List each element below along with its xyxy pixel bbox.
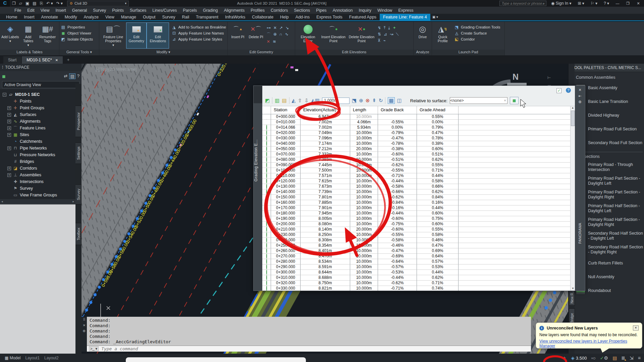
tree-item-pressurenetworks[interactable]: ⊔Pressure Networks xyxy=(3,152,75,158)
cell-grade-back[interactable]: -0.60% xyxy=(378,227,417,232)
table-row[interactable]: 0+100.0007.500m10.000m-0.55%0.71% xyxy=(262,168,575,173)
cell-station[interactable]: 0+170.000 xyxy=(271,205,301,211)
collapse-icon[interactable]: − xyxy=(3,93,6,97)
tool-icon[interactable]: ↝ xyxy=(390,32,393,37)
flatten-icon[interactable]: ⬔ xyxy=(352,98,357,104)
table-row[interactable]: 0+170.0007.901m10.000m-0.16%0.44% xyxy=(262,205,575,211)
cell-station[interactable]: 0+050.000 xyxy=(271,146,301,152)
ribbon-tab-output[interactable]: Output xyxy=(140,14,159,20)
toolspace-sidetab-toolbox[interactable]: Toolbox xyxy=(75,223,82,245)
panel-label[interactable]: Analyze xyxy=(414,50,432,55)
table-scrollbar[interactable]: ▲▼ xyxy=(570,106,575,291)
table-row[interactable]: 0+180.0007.945m10.000m-0.44%0.60% xyxy=(262,211,575,216)
cell-station[interactable]: 0+160.000 xyxy=(271,200,301,205)
cell-grade-ahead[interactable]: 0.44% xyxy=(417,270,459,275)
clean-screen-icon[interactable]: ⇲ xyxy=(630,355,634,361)
tree-item-bridges[interactable]: #Bridges xyxy=(3,158,75,165)
cell-length[interactable]: 10.000m xyxy=(350,189,378,195)
cell-grade-ahead[interactable]: 0.74% xyxy=(417,286,459,291)
menu-item-express[interactable]: Express xyxy=(395,8,416,13)
cell-length[interactable]: 10.000m xyxy=(350,184,378,189)
expand-icon[interactable]: + xyxy=(7,106,11,110)
close-icon[interactable]: ✕ xyxy=(83,323,86,327)
cell-grade-back[interactable]: -0.79% xyxy=(378,130,417,136)
cell-elevation[interactable]: 7.615m xyxy=(301,179,350,184)
autoscale-icon[interactable]: ✓⚙ xyxy=(600,355,608,361)
cell-station[interactable]: 0+070.000 xyxy=(271,152,301,157)
panel-label[interactable]: General Tools ▾ xyxy=(59,50,99,55)
cell-station[interactable]: 0+260.000 xyxy=(271,248,301,254)
toolspace-sidetab-survey[interactable]: Survey xyxy=(75,184,82,204)
expand-icon[interactable]: + xyxy=(7,113,11,117)
cell-elevation[interactable]: 8.821m xyxy=(301,286,350,291)
object-viewer-icon[interactable]: ▥ xyxy=(275,98,279,104)
ribbon-tab-home[interactable]: Home xyxy=(3,14,20,20)
cell-grade-back[interactable]: -0.53% xyxy=(378,270,417,275)
cell-station[interactable]: 0+030.000 xyxy=(271,136,301,141)
table-row[interactable]: 0+010.0007.002m4.066m-0.55%0.00% xyxy=(262,120,575,125)
cell-elevation[interactable]: 8.354m xyxy=(301,243,350,248)
plot-icon[interactable]: ⎘ xyxy=(40,1,43,6)
cell-grade-ahead[interactable]: 0.58% xyxy=(417,232,459,238)
command-input-row[interactable]: >_ ▾ xyxy=(87,346,531,352)
cell-grade-back[interactable]: -0.38% xyxy=(378,146,417,152)
cell-elevation[interactable]: 8.534m xyxy=(301,259,350,264)
menu-item-edit[interactable]: Edit xyxy=(24,8,38,13)
cell-grade-back[interactable]: -0.64% xyxy=(378,259,417,264)
insert-point-icon[interactable]: ⊕ xyxy=(359,98,363,104)
cell-elevation[interactable]: 7.445m xyxy=(301,163,350,168)
command-input[interactable] xyxy=(101,346,529,352)
cell-grade-back[interactable]: -0.47% xyxy=(378,136,417,141)
delete-pi-button[interactable]: ✕⌒ Delete PI xyxy=(247,23,265,48)
cell-length[interactable]: 10.000m xyxy=(350,264,378,270)
app-logo-icon[interactable]: C xyxy=(0,0,10,7)
toolspace-item-view[interactable] xyxy=(0,204,75,354)
tree-horizontal-scrollbar[interactable]: ◂▸ xyxy=(0,199,75,204)
cell-elevation[interactable]: 8.250m xyxy=(301,232,350,238)
tree-item-viewframegroups[interactable]: ▭View Frame Groups xyxy=(3,192,75,198)
annotation-visibility-icon[interactable]: ▫○ xyxy=(591,355,595,361)
cell-grade-back[interactable]: -0.60% xyxy=(378,152,417,157)
tool-icon[interactable]: ↘ xyxy=(285,25,289,30)
tool-icon[interactable]: ✕ xyxy=(273,25,277,30)
cell-grade-back[interactable]: -0.16% xyxy=(378,205,417,211)
cell-length[interactable]: 10.000m xyxy=(350,216,378,222)
insert-elevation-point-button[interactable]: ⌒● Insert Elevation Point xyxy=(320,23,347,48)
ribbon-tab-survey[interactable]: Survey xyxy=(159,14,179,20)
ribbon-tab-transparent[interactable]: Transparent xyxy=(193,14,222,20)
apply-feature-line-names-button[interactable]: ⊡Apply Feature Line Names xyxy=(171,31,226,36)
cell-elevation[interactable]: 8.308m xyxy=(301,238,350,243)
data-shortcuts-icon[interactable]: ⇄ xyxy=(64,73,68,79)
cell-length[interactable]: 10.000m xyxy=(350,270,378,275)
table-row[interactable]: 0+310.0008.688m10.000m-0.44%0.62% xyxy=(262,275,575,281)
cell-station[interactable]: 0+040.000 xyxy=(271,141,301,146)
cell-grade-back[interactable]: -0.78% xyxy=(378,141,417,146)
grip-icon[interactable]: ⁞ xyxy=(2,65,3,70)
ribbon-tab-help[interactable]: Help xyxy=(277,14,292,20)
tool-icon[interactable]: ⇅ xyxy=(378,32,381,37)
cell-length[interactable]: 20.000m xyxy=(350,146,378,152)
menu-item-inquiry[interactable]: Inquiry xyxy=(356,8,374,13)
corridor-button[interactable]: ⬕Corridor xyxy=(454,37,500,42)
cell-elevation[interactable]: 7.673m xyxy=(301,184,350,189)
cell-station[interactable]: 0+180.000 xyxy=(271,211,301,216)
cell-station[interactable]: 0+200.000 xyxy=(271,222,301,227)
cell-elevation[interactable]: 7.739m xyxy=(301,189,350,195)
tool-icon[interactable]: ⊕ xyxy=(273,32,277,38)
create-surface-button[interactable]: ◬Create Surface xyxy=(454,31,500,36)
menu-item-surfaces[interactable]: Surfaces xyxy=(127,8,149,13)
cell-station[interactable]: 0+120.000 xyxy=(271,179,301,184)
elevation-editor-button[interactable]: Elevation Editor xyxy=(297,23,319,48)
undo-icon[interactable]: ↶ ▾ xyxy=(46,1,53,6)
open-file-icon[interactable]: ▱ xyxy=(19,1,22,6)
cell-length[interactable]: 10.000m xyxy=(350,232,378,238)
toolspace-sidetab-prospector[interactable]: Prospector xyxy=(75,106,82,137)
table-row[interactable]: 0+280.0008.534m10.000m-0.64%0.57% xyxy=(262,259,575,264)
cell-length[interactable]: 10.000m xyxy=(350,195,378,200)
cell-length[interactable]: 10.000m xyxy=(350,275,378,281)
cell-station[interactable]: 0+020.000 xyxy=(271,130,301,136)
table-row[interactable]: 0+150.0007.801m10.000m-0.62%0.84% xyxy=(262,195,575,200)
menu-item-insert[interactable]: Insert xyxy=(53,8,69,13)
quick-profile-button[interactable]: ◮↯ Quick Profile xyxy=(433,23,452,48)
cell-elevation[interactable]: 7.801m xyxy=(301,195,350,200)
